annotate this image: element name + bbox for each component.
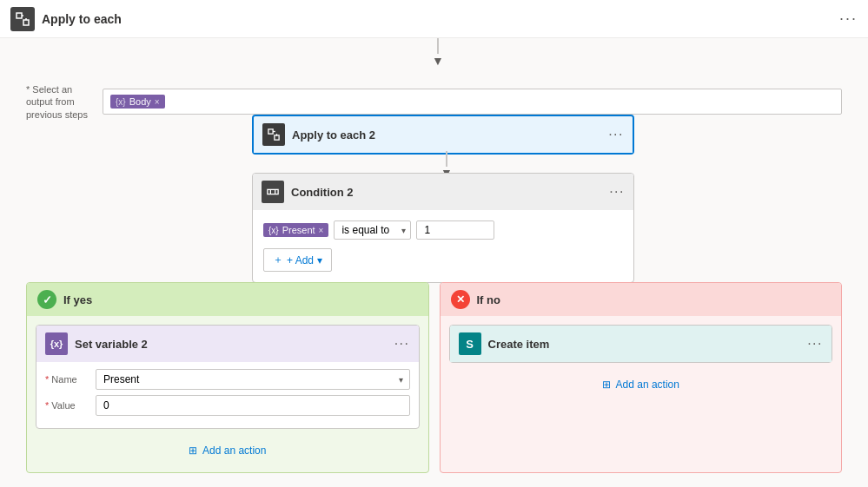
tag-icon: {x} <box>116 97 126 107</box>
create-item-menu-button[interactable]: ··· <box>807 336 823 352</box>
svg-rect-0 <box>17 13 22 18</box>
condition-body: {x} Present × is equal to ＋ + Add ▾ <box>253 210 633 282</box>
branch-row: ✓ If yes {x} Set variable 2 ··· Name <box>26 282 842 473</box>
top-connector: ▼ <box>432 38 444 68</box>
condition-node: Condition 2 ··· {x} Present × is equal t… <box>252 173 634 283</box>
loop-icon <box>10 7 35 31</box>
variable-icon: {x} <box>45 332 68 355</box>
value-field-label: Value <box>45 400 89 411</box>
condition-value-input[interactable] <box>416 220 494 240</box>
canvas: ▼ * Select an output from previous steps… <box>0 38 868 487</box>
set-variable-menu-button[interactable]: ··· <box>394 336 410 352</box>
value-field-input[interactable] <box>96 395 410 416</box>
if-no-label: If no <box>477 293 500 306</box>
if-no-body: S Create item ··· ⊞ Add an action <box>441 316 842 406</box>
select-output-input[interactable]: {x} Body × <box>103 89 842 115</box>
name-field-row: Name Present <box>45 369 410 390</box>
if-yes-body: {x} Set variable 2 ··· Name Present <box>27 316 428 472</box>
name-field-select[interactable]: Present <box>96 369 410 390</box>
condition-icon <box>262 181 284 203</box>
set-variable-header: {x} Set variable 2 ··· <box>36 326 419 362</box>
create-item-header: S Create item ··· <box>450 326 832 362</box>
add-action-icon: ⊞ <box>189 444 197 457</box>
condition-tag: {x} Present × <box>263 223 328 237</box>
top-bar-title: Apply to each <box>42 12 839 26</box>
create-item-title: Create item <box>488 338 801 351</box>
arrow-down-icon: ▼ <box>432 54 444 68</box>
apply-each-icon <box>262 123 285 146</box>
if-no-add-action-icon: ⊞ <box>602 378 611 391</box>
if-yes-add-action-button[interactable]: ⊞ Add an action <box>36 438 420 464</box>
add-label: + Add <box>287 254 314 267</box>
condition-row: {x} Present × is equal to <box>263 220 623 240</box>
connector-line <box>446 151 447 167</box>
if-yes-label: If yes <box>63 293 92 306</box>
if-no-header: ✕ If no <box>441 283 842 316</box>
set-variable-node: {x} Set variable 2 ··· Name Present <box>36 325 420 429</box>
apply-each-header: Apply to each 2 ··· <box>254 116 633 153</box>
if-no-add-action-label: Add an action <box>616 378 679 391</box>
create-item-node: S Create item ··· <box>449 325 833 363</box>
set-variable-title: Set variable 2 <box>75 338 388 351</box>
xmark-icon: ✕ <box>451 290 470 309</box>
plus-icon: ＋ <box>273 253 283 267</box>
if-yes-header: ✓ If yes <box>27 283 428 316</box>
condition-menu-button[interactable]: ··· <box>609 184 625 200</box>
add-action-label: Add an action <box>202 444 266 457</box>
condition-tag-icon: {x} <box>268 226 279 235</box>
checkmark-icon: ✓ <box>37 290 56 309</box>
condition-title: Condition 2 <box>291 186 602 199</box>
svg-rect-1 <box>23 20 29 25</box>
top-bar-menu-button[interactable]: ··· <box>839 10 858 28</box>
add-chevron-icon: ▾ <box>317 254 322 267</box>
condition-operator-select-wrap[interactable]: is equal to <box>334 220 411 240</box>
sharepoint-icon: S <box>459 332 481 355</box>
svg-rect-4 <box>268 129 273 134</box>
tag-remove-button[interactable]: × <box>155 97 160 107</box>
set-variable-body: Name Present Value <box>36 362 419 428</box>
if-no-add-action-button[interactable]: ⊞ Add an action <box>449 372 833 398</box>
apply-each-menu-button[interactable]: ··· <box>608 127 624 142</box>
value-field-row: Value <box>45 395 410 416</box>
select-output-label: * Select an output from previous steps <box>26 83 96 121</box>
condition-header: Condition 2 ··· <box>253 174 633 210</box>
tag-label: Body <box>129 96 151 107</box>
apply-each-node: Apply to each 2 ··· <box>252 115 634 155</box>
svg-rect-8 <box>268 189 278 194</box>
top-bar: Apply to each ··· <box>0 0 868 38</box>
condition-tag-label: Present <box>282 225 315 235</box>
apply-each-title: Apply to each 2 <box>292 128 601 141</box>
condition-tag-close-button[interactable]: × <box>319 226 324 235</box>
name-field-label: Name <box>45 374 89 385</box>
condition-operator-select[interactable]: is equal to <box>334 220 411 240</box>
condition-add-button[interactable]: ＋ + Add ▾ <box>263 248 332 272</box>
name-field-select-wrap[interactable]: Present <box>96 369 410 390</box>
if-yes-panel: ✓ If yes {x} Set variable 2 ··· Name <box>26 282 429 473</box>
if-no-panel: ✕ If no S Create item ··· ⊞ Add an actio… <box>440 282 843 473</box>
body-tag: {x} Body × <box>110 95 165 109</box>
